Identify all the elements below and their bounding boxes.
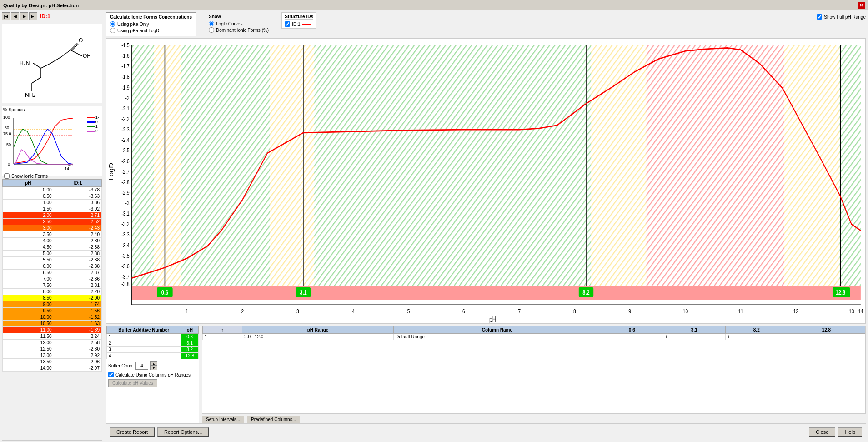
svg-text:0.6: 0.6 <box>161 289 168 296</box>
svg-text:-3.6: -3.6 <box>121 262 130 270</box>
radio-pka-logd-input[interactable] <box>110 28 115 33</box>
id1-cell: -1.74 <box>54 301 101 308</box>
legend-label-2plus: 2+ <box>95 129 100 133</box>
ranges-panel-wrapper: ↑ pH Range Column Name 0.6 3.1 8.2 12.8 <box>202 326 866 423</box>
radio-logd-input[interactable] <box>209 21 214 26</box>
ph-table-row: 8.50 -2.00 <box>3 295 102 301</box>
ph-table-row: 7.00 -2.36 <box>3 276 102 282</box>
calc-using-columns-label: Calculate Using Columns pH Ranges <box>115 372 191 377</box>
nav-next-button[interactable]: ▶ <box>20 12 28 20</box>
svg-rect-32 <box>270 45 314 286</box>
buffer-table-row: 1 0.6 <box>107 334 199 340</box>
ph-table-row: 4.00 -2.39 <box>3 238 102 244</box>
ranges-panel[interactable]: ↑ pH Range Column Name 0.6 3.1 8.2 12.8 <box>202 326 866 414</box>
ph-cell: 10.50 <box>3 321 54 327</box>
ph-table-row: 12.50 -2.80 <box>3 346 102 352</box>
buffer-num-cell: 1 <box>107 334 181 340</box>
svg-line-0 <box>70 43 77 50</box>
svg-text:-3.1: -3.1 <box>121 210 130 217</box>
buffer-count-value[interactable]: 4 <box>135 362 148 370</box>
svg-text:10: 10 <box>683 308 688 315</box>
ranges-128-val: − <box>788 334 865 340</box>
radio-ionic-input[interactable] <box>209 27 214 33</box>
setup-intervals-button[interactable]: Setup Intervals... <box>202 416 244 423</box>
ranges-sort-val: 1 <box>203 334 242 340</box>
id1-cell: -3.36 <box>54 200 101 206</box>
radio-ionic-label: Dominant Ionic Forms (%) <box>216 28 269 33</box>
show-ionic-checkbox[interactable] <box>4 173 10 179</box>
ph-table-row: 13.00 -2.92 <box>3 352 102 359</box>
predefined-columns-button[interactable]: Predefined Columns... <box>247 416 300 423</box>
close-button[interactable]: Close <box>809 427 835 437</box>
buffer-controls: Buffer Count 4 ▲ ▼ Calculate Using Colum… <box>106 359 199 389</box>
ph-cell: 6.00 <box>3 263 54 270</box>
svg-text:12: 12 <box>793 308 799 315</box>
ph-cell: 4.50 <box>3 244 54 251</box>
radio-pka-only-input[interactable] <box>110 21 115 27</box>
svg-text:2: 2 <box>241 308 244 315</box>
legend-label-1plus: 1+ <box>95 124 100 129</box>
ph-table-row: 12.00 -2.58 <box>3 340 102 346</box>
spinner-down-button[interactable]: ▼ <box>150 366 157 370</box>
calc-using-columns-checkbox[interactable] <box>108 372 114 377</box>
ph-table-row: 0.50 -3.63 <box>3 193 102 200</box>
svg-rect-37 <box>839 45 861 286</box>
ranges-name-val: Default Range <box>393 334 601 340</box>
id1-cell: -3.63 <box>54 193 101 200</box>
molecule-svg: O OH H₂N NH₂ <box>11 30 93 98</box>
show-ionic-label: Show Ionic Forms <box>11 174 48 179</box>
ph-table-row: 6.00 -2.38 <box>3 263 102 270</box>
buffer-count-label: Buffer Count <box>108 363 134 368</box>
legend-label-0: 0 <box>95 120 98 124</box>
svg-line-5 <box>70 50 82 56</box>
legend-item-2plus: 2+ <box>87 129 100 133</box>
ph-table-row: 1.50 -3.02 <box>3 206 102 212</box>
footer-left: Create Report Report Options... <box>110 427 209 437</box>
show-full-range-label: Show Full pH Range <box>824 15 866 20</box>
radio-logd: LogD Curves <box>209 21 269 26</box>
right-panel: Calculate Ionic Forms Concentrations Usi… <box>104 10 868 442</box>
main-window: Quality by Design: pH Selection ✕ |◀ ◀ ▶… <box>0 0 868 442</box>
svg-text:7: 7 <box>518 308 521 315</box>
svg-text:14: 14 <box>65 166 69 170</box>
svg-text:-3.8: -3.8 <box>121 281 130 288</box>
nav-first-button[interactable]: |◀ <box>2 12 10 20</box>
ph-table-row: 0.00 -3.78 <box>3 187 102 193</box>
left-panel: |◀ ◀ ▶ ▶| ID:1 O O <box>0 10 104 442</box>
svg-text:80: 80 <box>5 126 9 130</box>
svg-text:-1.9: -1.9 <box>121 84 130 91</box>
help-button[interactable]: Help <box>838 427 862 437</box>
create-report-button[interactable]: Create Report <box>110 427 155 437</box>
ranges-82-col: 8.2 <box>725 326 788 334</box>
svg-text:pH: pH <box>489 316 497 323</box>
legend-color-0 <box>87 121 95 123</box>
ranges-row: 1 2.0 - 12.0 Default Range − + + − <box>203 334 865 340</box>
id1-cell: -2.38 <box>54 257 101 263</box>
ph-cell: 1.50 <box>3 206 54 212</box>
top-controls: Calculate Ionic Forms Concentrations Usi… <box>106 12 866 36</box>
show-full-range-checkbox[interactable] <box>817 14 822 20</box>
report-options-button[interactable]: Report Options... <box>157 427 209 437</box>
svg-rect-31 <box>181 45 270 286</box>
bottom-section: Buffer Additive Number pH 1 0.6 2 3.1 3 … <box>106 326 866 423</box>
window-close-button[interactable]: ✕ <box>858 2 865 9</box>
nav-prev-button[interactable]: ◀ <box>11 12 19 20</box>
structure-id-checkbox[interactable] <box>285 21 290 27</box>
id1-cell: -2.31 <box>54 282 101 289</box>
ph-table-container[interactable]: pH ID:1 0.00 -3.78 0.50 -3.63 1.00 -3.36… <box>2 179 102 441</box>
calc-ph-values-button[interactable]: Calculate pH Values <box>108 379 157 387</box>
svg-text:-1.5: -1.5 <box>121 42 130 49</box>
nav-bar: |◀ ◀ ▶ ▶| ID:1 <box>0 10 104 22</box>
ph-table-row: 10.50 -1.63 <box>3 321 102 327</box>
ph-cell: 7.00 <box>3 276 54 282</box>
svg-line-8 <box>33 63 41 68</box>
ph-cell: 9.50 <box>3 308 54 314</box>
spinner-up-button[interactable]: ▲ <box>150 361 157 366</box>
species-title: % Species <box>2 106 102 113</box>
svg-text:5: 5 <box>407 308 410 315</box>
show-ionic-row: Show Ionic Forms <box>2 172 102 180</box>
nav-last-button[interactable]: ▶| <box>29 12 37 20</box>
svg-rect-36 <box>784 45 839 286</box>
svg-rect-30 <box>154 45 181 286</box>
id1-cell: -2.36 <box>54 276 101 282</box>
